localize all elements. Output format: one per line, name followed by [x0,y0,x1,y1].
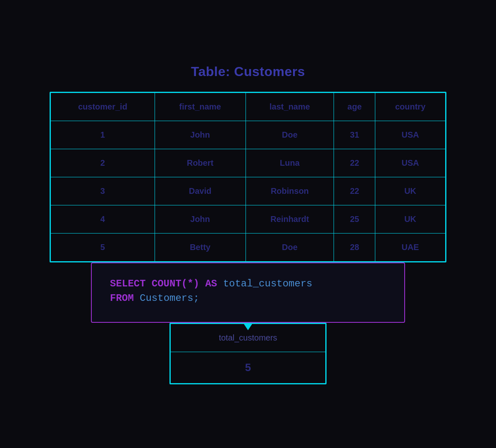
customers-table-wrapper: customer_id first_name last_name age cou… [50,92,446,262]
table-cell-customer_id: 5 [51,233,155,261]
table-cell-first_name: Betty [155,233,246,261]
sql-keyword-from: FROM [110,293,140,304]
result-table: total_customers 5 [170,324,326,384]
result-header-row: total_customers [171,324,326,352]
result-value: 5 [171,352,326,383]
table-cell-country: UAE [375,233,446,261]
table-row: 1JohnDoe31USA [51,121,446,149]
sql-text-table: Customers; [140,293,199,304]
col-header-country: country [375,93,446,121]
table-cell-customer_id: 1 [51,121,155,149]
table-cell-last_name: Luna [246,149,334,177]
result-col-header: total_customers [171,324,326,352]
col-header-customer-id: customer_id [51,93,155,121]
table-cell-age: 22 [334,177,375,205]
sql-box: SELECT COUNT(*) AS total_customers FROM … [91,262,405,323]
sql-text-alias: total_customers [223,278,312,289]
table-cell-first_name: Robert [155,149,246,177]
table-cell-age: 28 [334,233,375,261]
page-title: Table: Customers [191,64,305,79]
table-cell-country: USA [375,121,446,149]
table-cell-first_name: David [155,177,246,205]
table-row: 4JohnReinhardt25UK [51,205,446,233]
sql-line-1: SELECT COUNT(*) AS total_customers [110,278,386,289]
table-row: 5BettyDoe28UAE [51,233,446,261]
table-cell-country: UK [375,205,446,233]
sql-line-2: FROM Customers; [110,293,386,304]
table-cell-customer_id: 2 [51,149,155,177]
result-table-wrapper: total_customers 5 [169,323,327,384]
table-cell-last_name: Doe [246,233,334,261]
table-header-row: customer_id first_name last_name age cou… [51,93,446,121]
col-header-age: age [334,93,375,121]
table-cell-age: 25 [334,205,375,233]
table-cell-age: 22 [334,149,375,177]
table-cell-last_name: Doe [246,121,334,149]
col-header-last-name: last_name [246,93,334,121]
table-cell-country: USA [375,149,446,177]
table-cell-country: UK [375,177,446,205]
table-cell-customer_id: 4 [51,205,155,233]
table-cell-first_name: John [155,121,246,149]
table-cell-age: 31 [334,121,375,149]
customers-table: customer_id first_name last_name age cou… [50,93,446,262]
main-container: Table: Customers customer_id first_name … [0,48,496,401]
col-header-first-name: first_name [155,93,246,121]
sql-keyword-select: SELECT COUNT(*) AS [110,278,223,289]
table-row: 3DavidRobinson22UK [51,177,446,205]
table-cell-last_name: Robinson [246,177,334,205]
table-cell-last_name: Reinhardt [246,205,334,233]
table-row: 2RobertLuna22USA [51,149,446,177]
result-data-row: 5 [171,352,326,383]
table-cell-first_name: John [155,205,246,233]
table-cell-customer_id: 3 [51,177,155,205]
